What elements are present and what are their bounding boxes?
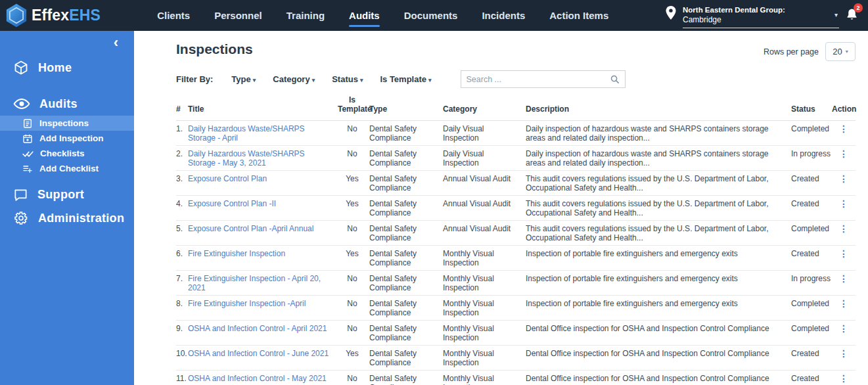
row-actions-menu-button[interactable]: ⋮ [834, 373, 854, 384]
title-cell: Fire Extinguisher Inspection -April [188, 295, 338, 320]
inspection-title-link[interactable]: Daily Hazardous Waste/SHARPS Storage - M… [188, 149, 305, 168]
nav-item-incidents[interactable]: Incidents [482, 10, 525, 21]
chevron-down-icon: ▾ [834, 11, 838, 18]
row-actions-menu-button[interactable]: ⋮ [834, 348, 854, 359]
sidebar-item-add-checklist[interactable]: Add Checklist [0, 161, 134, 176]
inspection-title-link[interactable]: Exposure Control Plan -April Annual [188, 224, 313, 233]
status-value: Created [791, 370, 832, 385]
chevron-down-icon: ▾ [846, 49, 848, 55]
type-value: Dental Safety Compliance [369, 345, 443, 370]
column-header-description: Description [526, 96, 791, 120]
organization-selector[interactable]: North Eastern Dental Group: Cambridge ▾ [683, 5, 839, 29]
inspection-title-link[interactable]: OSHA and Infection Control - June 2021 [188, 349, 329, 358]
row-actions-menu-button[interactable]: ⋮ [834, 148, 854, 159]
description-value: This audit covers regulations issued by … [526, 195, 791, 220]
is-template-value: No [338, 270, 369, 295]
sidebar-item-administration[interactable]: Administration [0, 206, 134, 230]
sidebar-item-support[interactable]: Support [0, 183, 134, 206]
action-cell: ⋮ [832, 320, 856, 345]
description-value: Inspection of portable fire extinguisher… [526, 295, 791, 320]
row-actions-menu-button[interactable]: ⋮ [834, 198, 854, 209]
column-header-status: Status [791, 96, 832, 120]
nav-item-clients[interactable]: Clients [157, 10, 190, 21]
sidebar-item-audits[interactable]: Audits [0, 92, 134, 116]
row-actions-menu-button[interactable]: ⋮ [834, 124, 854, 134]
row-actions-menu-button[interactable]: ⋮ [834, 173, 854, 184]
sidebar-item-label: Support [37, 188, 84, 202]
topbar-right: North Eastern Dental Group: Cambridge ▾ … [665, 3, 868, 29]
row-actions-menu-button[interactable]: ⋮ [834, 273, 854, 284]
action-cell: ⋮ [832, 270, 856, 295]
table-row: 6.Fire Extinguisher InspectionYesDental … [176, 245, 856, 270]
action-cell: ⋮ [832, 370, 856, 385]
action-cell: ⋮ [832, 245, 856, 270]
organization-location: Cambridge [683, 15, 839, 26]
table-row: 5.Exposure Control Plan -April AnnualNoD… [176, 220, 856, 245]
inspection-title-link[interactable]: Exposure Control Plan [188, 174, 267, 183]
nav-item-training[interactable]: Training [286, 10, 325, 21]
sidebar-item-checklists[interactable]: Checklists [0, 146, 134, 161]
inspection-title-link[interactable]: OSHA and Infection Control - May 2021 [188, 374, 327, 383]
inspection-title-link[interactable]: Fire Extinguisher Inspection -April [188, 299, 306, 308]
description-value: Dental Office inspection for OSHA and In… [526, 370, 791, 385]
category-value: Monthly Visual Inspection [443, 295, 526, 320]
category-value: Monthly Visual Inspection [443, 320, 526, 345]
inspection-title-link[interactable]: Exposure Control Plan -II [188, 199, 276, 208]
inspection-title-link[interactable]: Fire Extinguisher Inspection - April 20,… [188, 274, 321, 292]
is-template-value: No [338, 220, 369, 245]
notifications-bell-button[interactable]: 2 [845, 7, 859, 22]
notification-badge: 2 [854, 3, 863, 12]
search-icon[interactable] [610, 74, 625, 84]
row-number: 6. [176, 245, 188, 270]
title-cell: OSHA and Infection Control - June 2021 [188, 345, 338, 370]
action-cell: ⋮ [832, 220, 856, 245]
inspection-title-link[interactable]: OSHA and Infection Control - April 2021 [188, 324, 327, 333]
column-header-action: Action [832, 96, 856, 120]
row-actions-menu-button[interactable]: ⋮ [834, 298, 854, 309]
action-cell: ⋮ [832, 345, 856, 370]
description-value: Inspection of portable fire extinguisher… [526, 245, 791, 270]
filter-is-template-dropdown[interactable]: Is Template▾ [380, 74, 431, 84]
description-value: Daily inspection of hazardous waste and … [526, 145, 791, 170]
type-value: Dental Safety Compliance [369, 370, 443, 385]
search-input[interactable] [461, 75, 610, 84]
nav-item-audits[interactable]: Audits [349, 10, 380, 21]
rows-per-page-select[interactable]: 20 ▾ [825, 42, 856, 61]
nav-item-personnel[interactable]: Personnel [214, 10, 262, 21]
row-number: 3. [176, 170, 188, 195]
type-value: Dental Safety Compliance [369, 220, 443, 245]
chevron-down-icon: ▾ [428, 77, 432, 83]
category-value: Daily Visual Inspection [443, 145, 526, 170]
title-cell: Daily Hazardous Waste/SHARPS Storage - A… [188, 120, 338, 145]
sidebar: ‹ Home Audits Inspections [0, 31, 134, 385]
title-cell: Daily Hazardous Waste/SHARPS Storage - M… [188, 145, 338, 170]
filter-status-dropdown[interactable]: Status▾ [332, 74, 363, 84]
list-icon [22, 118, 33, 129]
sidebar-item-home[interactable]: Home [0, 56, 134, 79]
app-logo[interactable]: EffexEHS [0, 3, 101, 28]
inspection-title-link[interactable]: Daily Hazardous Waste/SHARPS Storage - A… [188, 124, 305, 143]
status-value: In progress [791, 145, 832, 170]
column-header-title: Title [188, 96, 338, 120]
action-cell: ⋮ [832, 195, 856, 220]
table-row: 4.Exposure Control Plan -IIYesDental Saf… [176, 195, 856, 220]
gear-icon [13, 210, 29, 226]
is-template-value: No [338, 120, 369, 145]
main-content: Inspections Rows per page 20 ▾ Filter By… [134, 31, 868, 385]
nav-item-documents[interactable]: Documents [404, 10, 458, 21]
rows-per-page: Rows per page 20 ▾ [764, 42, 856, 61]
double-check-icon [22, 148, 34, 159]
sidebar-collapse-button[interactable]: ‹ [0, 31, 134, 51]
row-actions-menu-button[interactable]: ⋮ [834, 248, 854, 259]
status-value: Created [791, 245, 832, 270]
sidebar-item-add-inspection[interactable]: Add Inspection [0, 131, 134, 146]
sidebar-item-inspections[interactable]: Inspections [0, 116, 134, 131]
row-actions-menu-button[interactable]: ⋮ [834, 223, 854, 234]
nav-item-action-items[interactable]: Action Items [549, 10, 608, 21]
filter-type-dropdown[interactable]: Type▾ [231, 74, 256, 84]
row-actions-menu-button[interactable]: ⋮ [834, 323, 854, 334]
row-number: 5. [176, 220, 188, 245]
description-value: Dental Office inspection for OSHA and In… [526, 320, 791, 345]
inspection-title-link[interactable]: Fire Extinguisher Inspection [188, 249, 285, 258]
filter-category-dropdown[interactable]: Category▾ [273, 74, 315, 84]
